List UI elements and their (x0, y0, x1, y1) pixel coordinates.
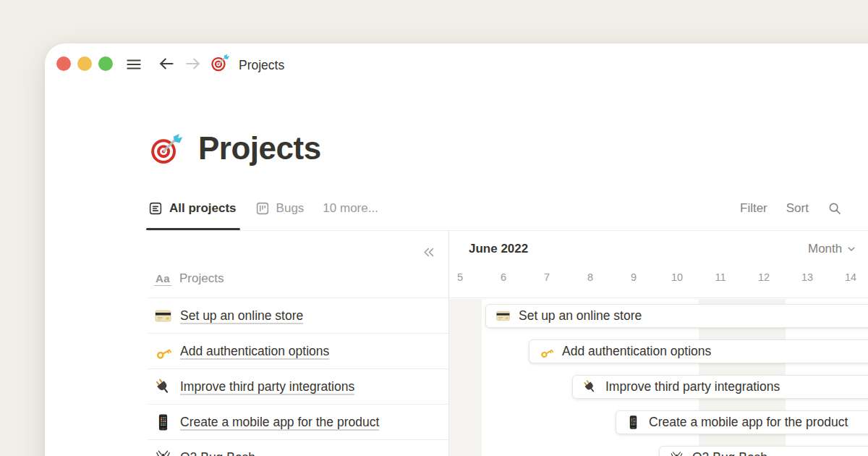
text-property-icon: Aa (154, 272, 171, 286)
timeline-bar[interactable]: Set up an online store (485, 304, 868, 328)
key-icon (154, 342, 172, 360)
more-views-button[interactable]: 10 more... (323, 201, 378, 216)
timeline-body: Set up an online storeAdd authentication… (449, 297, 868, 456)
scale-label: Month (808, 242, 842, 256)
list-item[interactable]: Improve third party integrations (148, 369, 448, 405)
date-label: 7 (525, 271, 569, 283)
column-title: Projects (179, 271, 224, 286)
project-title: Improve third party integrations (180, 379, 354, 394)
tab-all-projects[interactable]: All projects (148, 201, 237, 216)
plug-icon (582, 379, 597, 394)
date-label: 6 (482, 271, 525, 283)
spider-icon (154, 449, 172, 456)
target-icon (210, 53, 230, 72)
credit-card-icon (154, 307, 172, 325)
plug-icon (154, 378, 172, 396)
window-title[interactable]: Projects (239, 56, 284, 74)
timeline-month-label: June 2022 (469, 242, 528, 256)
list-column-header[interactable]: Aa Projects (154, 271, 224, 286)
list-item[interactable]: Q2 Bug Bash (148, 440, 448, 456)
board-icon (255, 201, 270, 216)
project-list: Set up an online storeAdd authentication… (148, 297, 448, 456)
spider-icon (669, 450, 684, 456)
timeline-panel: June 2022 Month 567891011121314 Set up a… (448, 230, 868, 456)
date-label: 9 (612, 271, 655, 283)
search-icon[interactable] (827, 201, 842, 216)
tab-label: Bugs (276, 201, 305, 216)
chevron-down-icon (846, 243, 857, 255)
date-label: 5 (448, 271, 482, 283)
minimize-button[interactable] (77, 56, 92, 71)
page: Projects Projects All projectsBugs 10 mo… (0, 0, 868, 456)
sort-button[interactable]: Sort (786, 201, 809, 216)
timeline-scale-selector[interactable]: Month (808, 242, 857, 256)
project-title: Set up an online store (519, 308, 642, 324)
timeline-bar[interactable]: Create a mobile app for the product (616, 410, 868, 434)
close-button[interactable] (56, 56, 71, 71)
target-icon (150, 132, 184, 166)
project-title: Add authentication options (562, 344, 711, 359)
date-label: 10 (655, 271, 699, 283)
project-title: Add authentication options (180, 344, 329, 359)
back-arrow-icon[interactable] (157, 54, 176, 73)
date-label: 11 (699, 271, 742, 283)
maximize-button[interactable] (98, 56, 113, 71)
mobile-phone-icon (626, 415, 641, 430)
view-actions: Filter Sort (740, 194, 842, 230)
project-title: Q2 Bug Bash (692, 450, 767, 456)
date-row: 567891011121314 (449, 271, 868, 287)
page-title[interactable]: Projects (198, 130, 321, 166)
forward-arrow-icon (184, 54, 203, 73)
menu-icon[interactable] (124, 55, 143, 74)
timeline-bar[interactable]: Add authentication options (529, 339, 868, 363)
tab-label: All projects (169, 201, 237, 216)
list-item[interactable]: Create a mobile app for the product (148, 405, 448, 440)
date-label: 8 (569, 271, 612, 283)
list-item[interactable]: Set up an online store (148, 298, 448, 334)
timeline-bar[interactable]: Improve third party integrations (572, 375, 868, 399)
project-title: Create a mobile app for the product (180, 415, 379, 430)
mobile-phone-icon (154, 413, 172, 431)
page-heading: Projects (150, 130, 321, 166)
project-title: Q2 Bug Bash (180, 450, 255, 456)
table-icon (148, 201, 163, 216)
tab-bugs[interactable]: Bugs (255, 201, 305, 216)
weekend-column (448, 299, 482, 456)
project-title: Create a mobile app for the product (649, 415, 848, 430)
credit-card-icon (495, 308, 511, 324)
timeline-bar[interactable]: Q2 Bug Bash (659, 446, 868, 456)
project-title: Improve third party integrations (605, 379, 780, 394)
app-window: Projects Projects All projectsBugs 10 mo… (45, 43, 868, 456)
project-list-panel: Aa Projects Set up an online storeAdd au… (148, 230, 448, 456)
date-label: 14 (829, 271, 868, 283)
filter-button[interactable]: Filter (740, 201, 767, 216)
project-title: Set up an online store (180, 308, 303, 324)
date-label: 13 (786, 271, 829, 283)
date-label: 12 (742, 271, 786, 283)
view-tab-bar: All projectsBugs 10 more... Filter Sort (148, 194, 868, 231)
list-item[interactable]: Add authentication options (148, 334, 448, 369)
key-icon (539, 344, 554, 359)
collapse-sidebar-icon[interactable] (421, 245, 436, 260)
view-tabs: All projectsBugs (148, 201, 304, 216)
